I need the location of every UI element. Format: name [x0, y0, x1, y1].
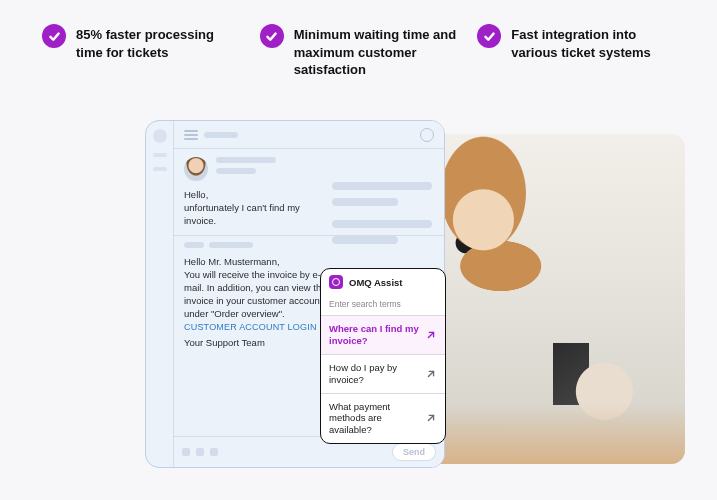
- check-icon: [477, 24, 501, 48]
- customer-message: Hello, unfortunately I can't find my inv…: [184, 189, 324, 227]
- skeleton-group: [216, 157, 276, 174]
- skeleton: [332, 198, 398, 206]
- skeleton: [216, 157, 276, 163]
- rail-line: [153, 153, 167, 157]
- agent-reply-text: Hello Mr. Mustermann, You will receive t…: [184, 256, 327, 318]
- skeleton: [332, 236, 398, 244]
- feature-list: 85% faster processing time for tickets M…: [0, 0, 717, 79]
- assist-suggestion[interactable]: How do I pay by invoice?: [321, 354, 445, 393]
- feature-item: Minimum waiting time and maximum custome…: [260, 26, 458, 79]
- assist-search-input[interactable]: Enter search terms: [321, 295, 445, 315]
- context-skeleton: [332, 182, 444, 244]
- svg-line-0: [428, 332, 433, 337]
- panel-rail: [146, 121, 174, 467]
- assist-header: OMQ Assist: [321, 269, 445, 295]
- panel-action-icon[interactable]: [420, 128, 434, 142]
- assist-suggestion-text: What payment methods are available?: [329, 401, 419, 437]
- open-arrow-icon: [425, 412, 437, 424]
- assist-logo-icon: [329, 275, 343, 289]
- customer-account-login-link[interactable]: CUSTOMER ACCOUNT LOGIN: [184, 322, 317, 332]
- feature-item: Fast integration into various ticket sys…: [477, 26, 675, 79]
- panel-topbar: [174, 121, 444, 149]
- customer-row: [184, 157, 434, 181]
- check-icon: [260, 24, 284, 48]
- assist-suggestion[interactable]: Where can I find my invoice?: [321, 315, 445, 354]
- assist-suggestion[interactable]: What payment methods are available?: [321, 393, 445, 444]
- feature-text: 85% faster processing time for tickets: [76, 26, 240, 61]
- skeleton: [216, 168, 256, 174]
- skeleton: [332, 220, 432, 228]
- illustration-stage: Hello, unfortunately I can't find my inv…: [145, 120, 685, 485]
- open-arrow-icon: [425, 329, 437, 341]
- skeleton: [209, 242, 253, 248]
- svg-line-1: [428, 371, 433, 376]
- assist-popover: OMQ Assist Enter search terms Where can …: [320, 268, 446, 444]
- menu-icon[interactable]: [184, 130, 198, 140]
- feature-item: 85% faster processing time for tickets: [42, 26, 240, 79]
- check-icon: [42, 24, 66, 48]
- agent-reply: Hello Mr. Mustermann, You will receive t…: [184, 256, 334, 350]
- skeleton: [184, 242, 204, 248]
- composer-action-icon[interactable]: [182, 448, 190, 456]
- avatar: [184, 157, 208, 181]
- composer-action-icon[interactable]: [210, 448, 218, 456]
- rail-dot: [153, 129, 167, 143]
- skeleton: [204, 132, 238, 138]
- feature-text: Minimum waiting time and maximum custome…: [294, 26, 458, 79]
- rail-line: [153, 167, 167, 171]
- send-button[interactable]: Send: [392, 443, 436, 461]
- assist-suggestion-text: How do I pay by invoice?: [329, 362, 419, 386]
- assist-title: OMQ Assist: [349, 277, 403, 288]
- skeleton: [332, 182, 432, 190]
- svg-line-2: [428, 416, 433, 421]
- composer-action-icon[interactable]: [196, 448, 204, 456]
- feature-text: Fast integration into various ticket sys…: [511, 26, 675, 61]
- assist-suggestion-text: Where can I find my invoice?: [329, 323, 419, 347]
- signature: Your Support Team: [184, 337, 334, 350]
- open-arrow-icon: [425, 368, 437, 380]
